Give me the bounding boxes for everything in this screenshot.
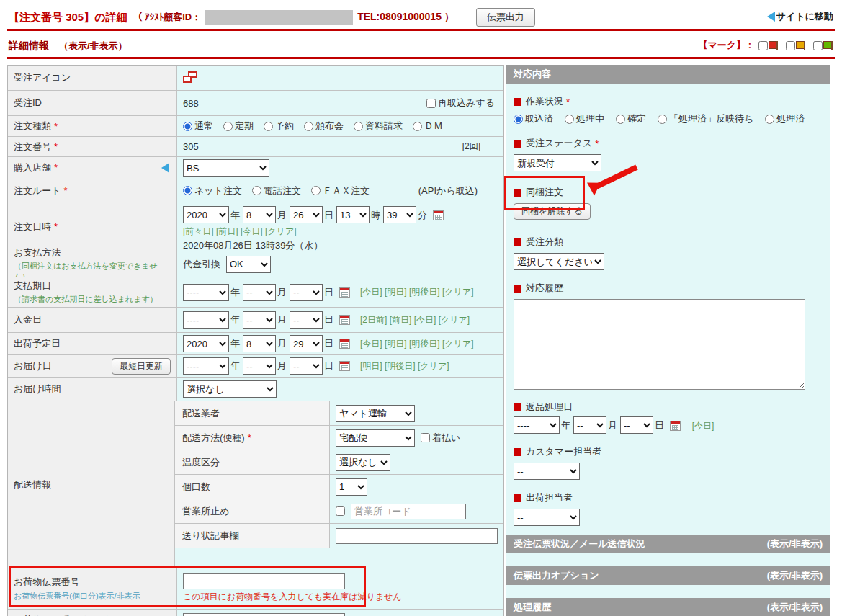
slip-output-button[interactable]: 伝票出力 <box>476 8 535 27</box>
order-class-select[interactable]: 選択してください <box>514 253 604 270</box>
due-year-select[interactable]: ---- <box>183 284 229 301</box>
slip-mail-section-title: 受注伝票状況／メール送信状況 <box>514 537 645 550</box>
mark-green-checkbox[interactable] <box>813 41 823 50</box>
calendar-icon[interactable] <box>339 315 350 325</box>
order-hour-select[interactable]: 13 <box>336 206 370 223</box>
order-detail-table: 受注アイコン 受注ID 688 再取込みする 注文種類* 通常 定期 予 <box>7 65 504 616</box>
mark-red-checkbox[interactable] <box>758 41 768 50</box>
order-status-select[interactable]: 新規受付 <box>514 154 601 171</box>
ship-method-select[interactable]: 宅配便 <box>336 429 415 447</box>
ship-month-select[interactable]: 8 <box>243 335 276 352</box>
order-minute-select[interactable]: 39 <box>383 206 416 223</box>
delivery-time-select[interactable]: 選択なし <box>183 380 277 398</box>
ship-quick-links[interactable]: [今日] [明日] [明後日] [クリア] <box>360 338 474 350</box>
unit-year: 年 <box>230 360 240 372</box>
work-status-radio-kakutei[interactable] <box>616 115 625 124</box>
reimport-label: 再取込みする <box>438 97 495 110</box>
order-year-select[interactable]: 2020 <box>183 206 229 223</box>
shipping-rep-select[interactable]: -- <box>514 509 580 526</box>
unit-year: 年 <box>230 210 240 220</box>
required-mark: * <box>566 97 570 107</box>
work-status-radio-shorizumi[interactable] <box>765 115 774 124</box>
delivery-quick-links[interactable]: [明日] [明後日] [クリア] <box>360 360 449 372</box>
shop-site-arrow-icon[interactable] <box>161 163 169 173</box>
work-status-radio-torikomi[interactable] <box>514 115 523 124</box>
order-icon-label: 受注アイコン <box>14 71 171 84</box>
due-day-select[interactable]: -- <box>290 284 323 301</box>
unit-day: 日 <box>324 313 333 326</box>
due-month-select[interactable]: -- <box>243 284 276 301</box>
mark-yellow-checkbox[interactable] <box>786 41 795 50</box>
order-date-quick-links[interactable]: [前々日] [前日] [今日] [クリア] <box>183 226 498 238</box>
row-order-id: 受注ID 688 再取込みする <box>8 91 503 116</box>
work-status-radio-shorichu[interactable] <box>565 115 574 124</box>
carrier-select[interactable]: ヤマト運輸 <box>336 405 415 422</box>
process-history-toggle-link[interactable]: (表示/非表示) <box>767 601 823 614</box>
ship-year-select[interactable]: 2020 <box>183 335 229 352</box>
deposit-quick-links[interactable]: [2日前] [前日] [今日] [クリア] <box>360 314 470 326</box>
bundle-order-icon <box>183 71 199 84</box>
process-history-section-header: 処理履歴 (表示/非表示) <box>506 598 830 616</box>
work-status-radio-hanei[interactable] <box>658 115 667 124</box>
return-month-select[interactable]: -- <box>573 416 606 434</box>
deposit-year-select[interactable]: ---- <box>183 311 229 329</box>
customer-rep-label: カスタマー担当者 <box>526 445 601 458</box>
office-code-input[interactable] <box>351 504 466 519</box>
office-hold-checkbox[interactable] <box>336 506 345 516</box>
calendar-icon[interactable] <box>339 339 350 349</box>
delivery-month-select[interactable]: -- <box>243 357 276 375</box>
deposit-month-select[interactable]: -- <box>243 311 276 329</box>
cod-checkbox[interactable] <box>421 433 430 442</box>
response-history-textarea[interactable] <box>514 299 805 390</box>
unit-month: 月 <box>277 337 287 350</box>
calendar-icon[interactable] <box>670 421 681 431</box>
slip-option-toggle-link[interactable]: (表示/非表示) <box>767 569 823 582</box>
delivery-day-select[interactable]: -- <box>290 357 323 375</box>
tracking-number-input[interactable] <box>183 573 345 589</box>
slip-mail-toggle-link[interactable]: (表示/非表示) <box>767 537 823 550</box>
reimport-checkbox[interactable] <box>426 99 436 108</box>
order-type-radio-yoyaku[interactable] <box>264 122 273 131</box>
return-quick-links[interactable]: [今日] <box>692 421 715 431</box>
due-quick-links[interactable]: [今日] [明日] [明後日] [クリア] <box>360 286 474 298</box>
calendar-icon[interactable] <box>339 287 350 298</box>
order-route-radios: ネット注文 電話注文 ＦＡＸ注文 <box>183 184 370 197</box>
order-route-label: 注文ルート <box>14 184 61 197</box>
route-radio-net[interactable] <box>183 186 192 195</box>
bundle-release-button[interactable]: 同梱を解除する <box>514 203 591 220</box>
return-year-select[interactable]: ---- <box>514 416 560 434</box>
unit-day: 日 <box>324 360 333 372</box>
route-radio-tel[interactable] <box>252 186 261 195</box>
radio-label: 電話注文 <box>264 184 301 197</box>
invoice-note-input[interactable] <box>336 528 498 544</box>
go-to-site-link[interactable]: サイトに移動 <box>767 10 833 23</box>
red-square-icon <box>514 494 521 502</box>
order-type-radio-teiki[interactable] <box>223 122 233 131</box>
customer-rep-select[interactable]: -- <box>514 463 580 480</box>
shortest-date-update-button[interactable]: 最短日更新 <box>112 358 171 375</box>
deposit-day-select[interactable]: -- <box>290 311 323 329</box>
payment-status-select[interactable]: OK <box>226 256 271 273</box>
order-type-radio-shiryo[interactable] <box>354 122 363 131</box>
tracking-pkg-toggle-link[interactable]: お荷物伝票番号(個口分)表示/非表示 <box>14 591 171 602</box>
detail-toggle-link[interactable]: （表示/非表示） <box>59 40 127 53</box>
calendar-icon[interactable] <box>433 210 444 220</box>
ship-day-select[interactable]: 29 <box>290 335 323 352</box>
order-type-radio-dm[interactable] <box>413 122 422 131</box>
response-history-label-row: 対応履歴 <box>514 282 823 295</box>
red-square-icon <box>514 98 521 106</box>
shop-select[interactable]: BS <box>183 159 269 177</box>
order-month-select[interactable]: 8 <box>243 206 276 223</box>
radio-label: 定期 <box>235 120 254 133</box>
route-radio-fax[interactable] <box>311 186 321 195</box>
return-day-select[interactable]: -- <box>620 416 653 434</box>
order-day-select[interactable]: 26 <box>290 206 323 223</box>
order-type-radio-hanpukai[interactable] <box>304 122 313 131</box>
temperature-select[interactable]: 選択なし <box>336 454 390 471</box>
delivery-year-select[interactable]: ---- <box>183 357 229 375</box>
order-type-radio-tsujo[interactable] <box>183 122 192 131</box>
calendar-icon[interactable] <box>339 361 350 371</box>
required-mark: * <box>54 141 58 152</box>
packages-select[interactable]: 1 <box>336 478 367 496</box>
tracking-pkg-input[interactable] <box>183 613 345 616</box>
